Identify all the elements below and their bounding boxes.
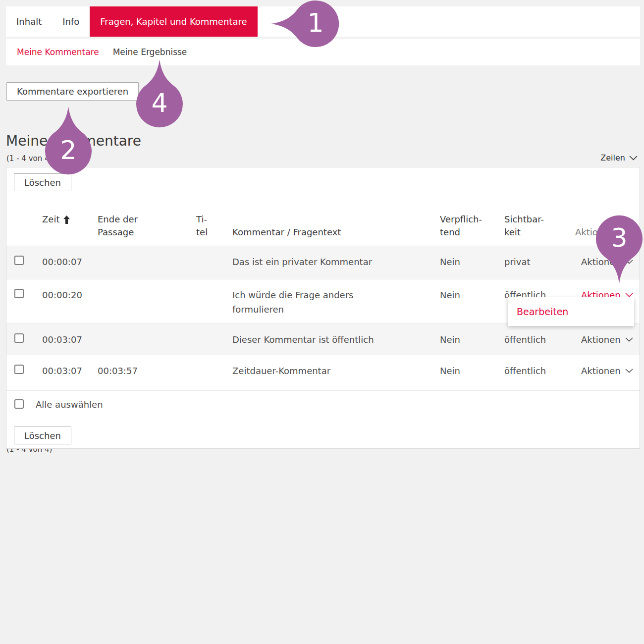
tab-info[interactable]: Info xyxy=(52,6,90,37)
column-header-zeit-label: Zeit xyxy=(42,213,59,226)
column-header-aktionen: Aktionen xyxy=(569,226,641,239)
main-tab-bar: Inhalt Info Fragen, Kapitel und Kommenta… xyxy=(6,6,640,37)
subtab-meine-kommentare[interactable]: Meine Kommentare xyxy=(17,47,99,57)
annotation-pin-4: 4 xyxy=(135,58,184,128)
chevron-down-icon xyxy=(625,337,633,342)
row-checkbox[interactable] xyxy=(14,256,24,265)
rows-per-page-dropdown[interactable]: Zeilen xyxy=(600,153,638,162)
chevron-down-icon xyxy=(625,369,633,373)
cell-kommentar: Das ist ein privater Kommentar xyxy=(226,246,434,279)
cell-ende xyxy=(92,324,190,355)
cell-ende xyxy=(92,246,190,279)
result-count-top: (1 - 4 von 4) xyxy=(6,154,52,163)
subtab-meine-ergebnisse[interactable]: Meine Ergebnisse xyxy=(113,47,187,57)
annotation-pin-number: 4 xyxy=(151,90,167,116)
cell-titel xyxy=(190,279,226,323)
delete-button-top[interactable]: Löschen xyxy=(14,173,71,191)
cell-verpflichtend: Nein xyxy=(434,246,498,279)
table-row: 00:03:07 00:03:57 Zeitdauer-Kommentar Ne… xyxy=(6,355,640,390)
cell-zeit: 00:00:07 xyxy=(36,246,92,279)
chevron-down-icon xyxy=(625,293,633,297)
table-row: 00:00:07 Das ist ein privater Kommentar … xyxy=(6,246,640,279)
select-all-label: Alle auswählen xyxy=(36,399,103,410)
column-header-titel: Ti- tel xyxy=(190,213,226,239)
aktionen-dropdown[interactable]: Aktionen xyxy=(581,332,633,347)
cell-titel xyxy=(190,324,226,355)
column-header-kommentar-fragentext: Kommentar / Fragentext xyxy=(226,226,434,239)
rows-per-page-label: Zeilen xyxy=(600,153,625,162)
column-header-zeit[interactable]: Zeit xyxy=(36,200,92,239)
cell-ende xyxy=(92,279,190,323)
select-all-row: Alle auswählen xyxy=(6,390,640,421)
column-header-verpflichtend: Verpflich- tend xyxy=(434,213,498,239)
cell-verpflichtend: Nein xyxy=(434,355,498,390)
column-header-sichtbarkeit: Sichtbar- keit xyxy=(498,213,569,239)
select-all-checkbox[interactable] xyxy=(14,399,24,409)
aktionen-dropdown[interactable]: Aktionen xyxy=(581,364,633,378)
cell-kommentar: Ich würde die Frage anders formulieren xyxy=(226,279,434,323)
row-checkbox[interactable] xyxy=(14,289,24,298)
aktionen-dropdown[interactable]: Aktionen xyxy=(581,255,633,269)
cell-titel xyxy=(190,246,226,279)
cell-titel xyxy=(190,355,226,390)
sort-ascending-icon xyxy=(63,215,70,224)
cell-verpflichtend: Nein xyxy=(434,324,498,355)
cell-zeit: 00:03:07 xyxy=(36,324,92,355)
row-checkbox[interactable] xyxy=(14,365,24,374)
cell-ende: 00:03:57 xyxy=(92,355,190,390)
cell-sichtbarkeit: öffentlich xyxy=(498,324,569,355)
delete-button-bottom[interactable]: Löschen xyxy=(14,427,71,444)
chevron-down-icon xyxy=(625,260,633,264)
page: Inhalt Info Fragen, Kapitel und Kommenta… xyxy=(0,0,644,644)
cell-sichtbarkeit: öffentlich xyxy=(498,355,569,390)
tab-inhalt[interactable]: Inhalt xyxy=(6,6,52,37)
cell-zeit: 00:03:07 xyxy=(36,355,92,390)
export-comments-button[interactable]: Kommentare exportieren xyxy=(6,82,139,101)
column-header-ende-der-passage: Ende der Passage xyxy=(92,213,190,239)
table-header-row: Zeit Ende der Passage Ti- tel Kommentar … xyxy=(6,191,640,246)
sub-tab-bar: Meine Kommentare Meine Ergebnisse xyxy=(6,39,640,65)
menu-item-bearbeiten[interactable]: Bearbeiten xyxy=(508,306,568,317)
cell-verpflichtend: Nein xyxy=(434,279,498,323)
cell-kommentar: Zeitdauer-Kommentar xyxy=(226,355,434,390)
page-title: Meine Kommentare xyxy=(6,133,141,149)
row-checkbox[interactable] xyxy=(14,333,24,343)
chevron-down-icon xyxy=(629,156,638,161)
table-row: 00:03:07 Dieser Kommentar ist öffentlich… xyxy=(6,323,640,355)
cell-sichtbarkeit: privat xyxy=(498,246,569,279)
cell-kommentar: Dieser Kommentar ist öffentlich xyxy=(226,324,434,355)
tab-fragen-kapitel-und-kommentare[interactable]: Fragen, Kapitel und Kommentare xyxy=(90,6,257,37)
cell-zeit: 00:00:20 xyxy=(36,279,92,323)
aktionen-menu: Bearbeiten xyxy=(508,297,634,326)
